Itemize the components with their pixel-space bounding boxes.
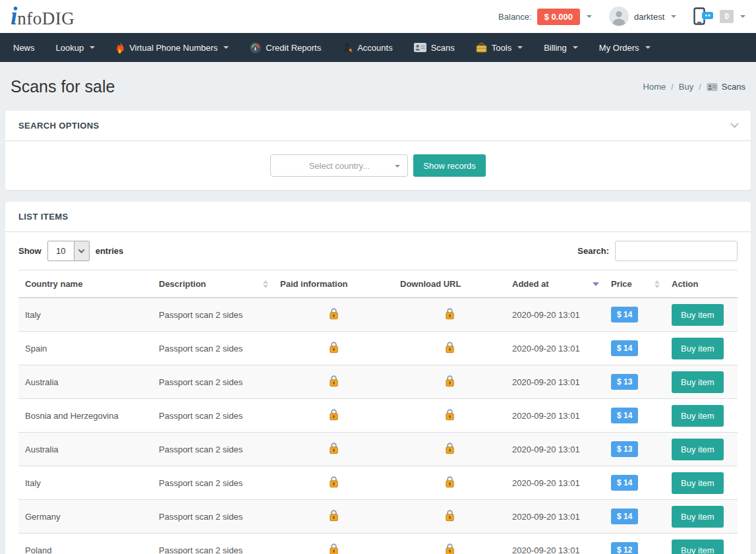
cell-paid-information (274, 332, 393, 365)
sms-menu[interactable]: 0 (693, 7, 745, 26)
price-badge: $ 13 (611, 441, 638, 457)
price-badge: $ 14 (611, 340, 638, 356)
cell-download-url (393, 298, 506, 332)
cell-action: Buy item (665, 500, 738, 534)
page-size-value: 10 (48, 241, 74, 261)
search-options-title: SEARCH OPTIONS (18, 121, 100, 131)
buy-item-button[interactable]: Buy item (672, 371, 724, 393)
nav-item-accounts[interactable]: Accounts (332, 33, 403, 62)
column-added-at[interactable]: Added at (506, 270, 604, 298)
balance-label: Balance: (498, 12, 532, 22)
chevron-down-icon (90, 46, 95, 49)
cell-action: Buy item (665, 399, 738, 433)
cell-download-url (393, 466, 506, 500)
lock-icon (445, 509, 455, 522)
lock-icon (445, 307, 455, 320)
nav-item-label: Credit Reports (266, 43, 321, 53)
cell-added-at: 2020-09-20 13:01 (506, 332, 604, 365)
id-card-icon (414, 43, 426, 52)
cell-country: Germany (18, 500, 152, 534)
cell-price: $ 14 (604, 332, 665, 365)
nav-item-news[interactable]: News (3, 33, 45, 62)
logo[interactable]: infoDIG (11, 4, 74, 29)
buy-item-button[interactable]: Buy item (672, 472, 724, 494)
nav-item-label: Lookup (56, 43, 84, 53)
buy-item-button[interactable]: Buy item (672, 304, 724, 326)
nav-item-tools[interactable]: Tools (465, 33, 533, 62)
column-country-name[interactable]: Country name (18, 270, 152, 298)
cell-paid-information (274, 399, 393, 433)
nav-item-lookup[interactable]: Lookup (45, 33, 106, 62)
gauge-icon (250, 42, 261, 53)
lock-icon (445, 408, 455, 421)
buy-item-button[interactable]: Buy item (672, 539, 724, 554)
table-header-row: Country name Description Paid informatio… (18, 270, 738, 298)
buy-item-button[interactable]: Buy item (672, 338, 724, 359)
price-badge: $ 14 (611, 408, 638, 423)
balance-badge: $ 0.000 (537, 9, 580, 25)
column-download-url[interactable]: Download URL (393, 270, 506, 298)
cell-description: Passport scan 2 sides (152, 365, 274, 399)
table-search-input[interactable] (615, 241, 738, 261)
breadcrumb-separator: / (699, 82, 701, 92)
cell-country: Bosnia and Herzegovina (18, 399, 152, 433)
column-description[interactable]: Description (152, 270, 274, 298)
entries-label: entries (96, 246, 124, 256)
cell-action: Buy item (665, 332, 738, 365)
cell-paid-information (274, 500, 393, 534)
lock-icon (329, 375, 339, 387)
cell-description: Passport scan 2 sides (152, 500, 274, 534)
chevron-down-icon (395, 165, 400, 168)
show-records-button[interactable]: Show records (413, 154, 485, 177)
column-price[interactable]: Price (604, 270, 665, 298)
table-row: Australia Passport scan 2 sides 2020-09-… (18, 433, 738, 466)
breadcrumb-buy[interactable]: Buy (679, 82, 693, 92)
cell-description: Passport scan 2 sides (152, 332, 274, 365)
balance-dropdown[interactable]: Balance: $ 0.000 (498, 9, 592, 25)
cell-download-url (393, 500, 506, 534)
cell-price: $ 14 (604, 399, 665, 433)
nav-item-label: Scans (431, 43, 455, 53)
buy-item-button[interactable]: Buy item (672, 405, 724, 427)
cell-added-at: 2020-09-20 13:01 (506, 433, 604, 466)
cell-download-url (393, 399, 506, 433)
nav-item-label: Billing (544, 43, 567, 53)
lock-icon (329, 476, 339, 488)
lock-icon (329, 307, 339, 320)
nav-item-scans[interactable]: Scans (403, 33, 465, 62)
lock-icon (445, 442, 455, 454)
cell-price: $ 14 (604, 500, 665, 534)
nav-item-credit-reports[interactable]: Credit Reports (239, 33, 332, 62)
cell-price: $ 13 (604, 433, 665, 466)
cell-description: Passport scan 2 sides (152, 466, 274, 500)
table-row: Bosnia and Herzegovina Passport scan 2 s… (18, 399, 738, 433)
buy-item-button[interactable]: Buy item (672, 506, 724, 528)
chevron-down-icon (645, 46, 651, 49)
nav-item-my-orders[interactable]: My Orders (589, 33, 661, 62)
cell-description: Passport scan 2 sides (152, 534, 274, 554)
nav-item-billing[interactable]: Billing (533, 33, 589, 62)
breadcrumb-home[interactable]: Home (643, 82, 666, 92)
cell-country: Australia (18, 433, 152, 466)
cell-price: $ 13 (604, 365, 665, 399)
user-menu[interactable]: darktest (609, 7, 676, 26)
sort-desc-icon (593, 282, 599, 286)
page-size-select[interactable]: 10 (47, 241, 90, 261)
breadcrumb-separator: / (671, 82, 674, 92)
collapse-chevron-icon[interactable] (730, 119, 739, 128)
list-items-panel: LIST ITEMS Show 10 entries Search: Count… (5, 202, 751, 554)
sort-icon (654, 280, 660, 288)
search-options-panel: SEARCH OPTIONS Select country... Show re… (5, 111, 751, 190)
nav-item-virtual-phone-numbers[interactable]: Virtual Phone Numbers (105, 33, 239, 62)
table-row: Spain Passport scan 2 sides 2020-09-20 1… (18, 332, 738, 365)
cell-action: Buy item (665, 298, 738, 332)
chevron-down-icon (78, 247, 85, 253)
lock-icon (445, 341, 455, 354)
country-select[interactable]: Select country... (270, 154, 408, 177)
cell-added-at: 2020-09-20 13:01 (506, 534, 604, 554)
country-select-placeholder: Select country... (309, 161, 370, 171)
search-options-header: SEARCH OPTIONS (5, 111, 751, 141)
price-badge: $ 13 (611, 374, 638, 390)
buy-item-button[interactable]: Buy item (672, 439, 724, 460)
column-paid-information[interactable]: Paid information (274, 270, 393, 298)
